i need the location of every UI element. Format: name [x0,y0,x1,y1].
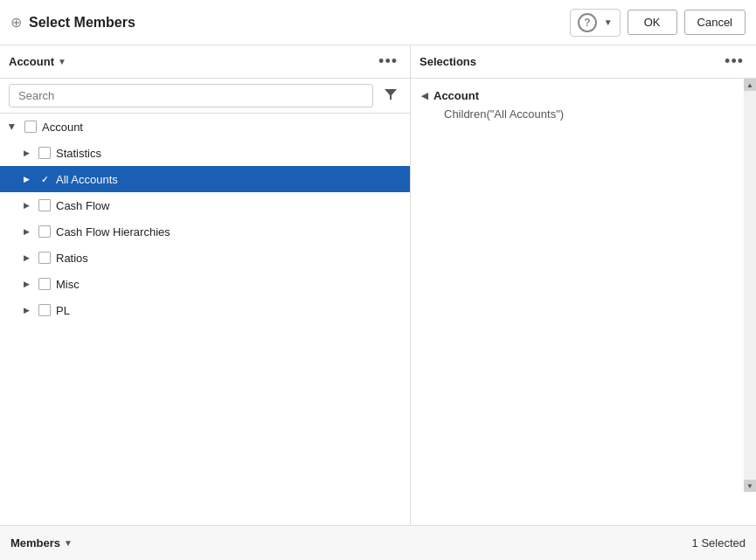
checkbox-ratios[interactable] [38,252,51,264]
tree-item-statistics[interactable]: Statistics [0,140,410,166]
right-panel: Selections ••• ◀ Account Children("All A… [411,45,756,525]
tree-item-all-accounts[interactable]: All Accounts [0,166,410,192]
account-dropdown-arrow[interactable]: ▼ [58,57,66,66]
members-label: Members [10,536,60,550]
filter-button[interactable] [380,84,401,107]
help-button[interactable]: ? ▼ [570,9,621,37]
selections-content: ◀ Account Children("All Accounts") [411,79,756,525]
label-account: Account [42,121,83,134]
tree-item-cash-flow[interactable]: Cash Flow [0,192,410,218]
label-ratios: Ratios [56,252,88,265]
label-cash-flow: Cash Flow [56,199,109,212]
cancel-button[interactable]: Cancel [684,10,746,35]
checkbox-all-accounts[interactable] [38,173,51,185]
right-panel-more-button[interactable]: ••• [721,51,747,73]
tree-item-pl[interactable]: PL [0,297,410,323]
dialog-body: Account ▼ ••• Acco [0,45,756,525]
tree-container[interactable]: Account Statistics All Accounts [0,114,410,525]
move-icon: ⊕ [10,14,22,31]
checkbox-cash-flow-hierarchies[interactable] [38,225,51,238]
select-members-dialog: ⊕ Select Members ? ▼ OK Cancel Account ▼… [0,0,756,560]
expand-cash-flow[interactable] [19,198,33,212]
selected-count: 1 Selected [692,536,746,550]
checkbox-account[interactable] [24,121,37,133]
header-right: ? ▼ OK Cancel [570,9,746,37]
label-statistics: Statistics [56,147,101,160]
search-bar [0,79,410,114]
dialog-header: ⊕ Select Members ? ▼ OK Cancel [0,0,756,45]
tree-item-cash-flow-hierarchies[interactable]: Cash Flow Hierarchies [0,218,410,245]
help-dropdown-arrow: ▼ [604,17,613,27]
label-misc: Misc [56,278,80,291]
dialog-footer: Members ▼ 1 Selected [0,525,756,560]
expand-ratios[interactable] [19,251,33,265]
scroll-down-button[interactable]: ▼ [744,480,756,492]
help-icon: ? [578,13,597,32]
left-panel-more-button[interactable]: ••• [375,51,401,73]
label-pl: PL [56,304,70,317]
right-panel-toolbar: Selections ••• [411,45,756,79]
expand-cash-flow-hierarchies[interactable] [19,225,33,239]
tree-item-account[interactable]: Account [0,114,410,140]
checkbox-statistics[interactable] [38,147,51,159]
label-all-accounts: All Accounts [56,173,118,186]
selection-children-label: Children("All Accounts") [420,106,747,122]
selections-label: Selections [420,55,476,68]
selection-account-row: ◀ Account [420,86,747,106]
tree-item-misc[interactable]: Misc [0,271,410,297]
ok-button[interactable]: OK [628,10,677,35]
expand-pl[interactable] [19,303,33,317]
label-cash-flow-hierarchies: Cash Flow Hierarchies [56,225,170,239]
expand-misc[interactable] [19,277,33,291]
collapse-account-icon[interactable]: ◀ [421,91,428,100]
checkbox-cash-flow[interactable] [38,199,51,211]
dialog-title: Select Members [29,15,570,31]
account-dimension-label: Account [9,55,54,68]
left-panel-toolbar: Account ▼ ••• [0,45,410,79]
search-input[interactable] [9,84,373,107]
selection-account-label: Account [433,89,479,102]
expand-account[interactable] [5,120,19,134]
expand-statistics[interactable] [19,146,33,160]
scroll-up-button[interactable]: ▲ [744,79,756,91]
left-panel: Account ▼ ••• Acco [0,45,411,525]
members-dropdown-arrow[interactable]: ▼ [64,538,73,548]
expand-all-accounts[interactable] [19,172,33,186]
right-scrollbar: ▲ ▼ [744,79,756,492]
checkbox-misc[interactable] [38,278,51,290]
checkbox-pl[interactable] [38,304,51,316]
svg-marker-0 [385,89,397,100]
tree-item-ratios[interactable]: Ratios [0,245,410,271]
filter-icon [384,87,398,101]
